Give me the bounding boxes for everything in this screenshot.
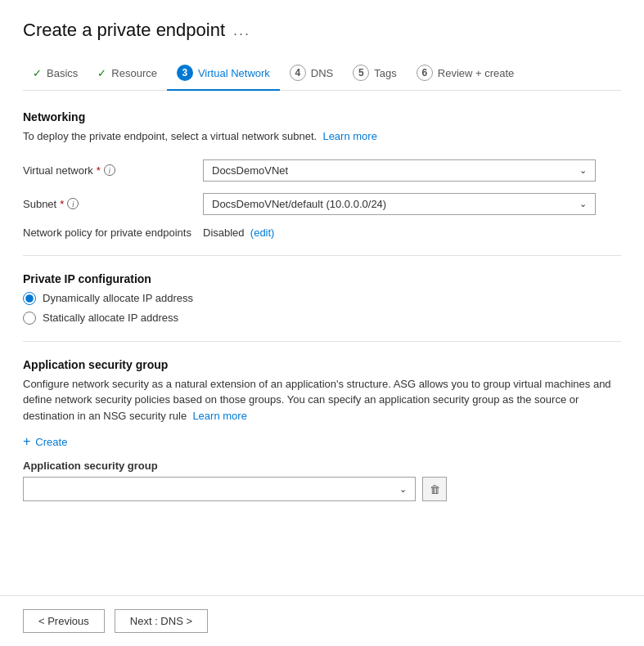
wizard-step-review-create[interactable]: 6 Review + create bbox=[407, 58, 525, 91]
asg-learn-more-link[interactable]: Learn more bbox=[192, 410, 246, 422]
wizard-step-basics[interactable]: ✓ Basics bbox=[23, 61, 88, 89]
ip-config-section: Private IP configuration Dynamically all… bbox=[23, 272, 621, 325]
step-label-review-create: Review + create bbox=[438, 67, 515, 79]
chevron-down-icon-asg: ⌄ bbox=[399, 484, 407, 495]
network-policy-label: Network policy for private endpoints bbox=[23, 227, 203, 239]
ip-config-title: Private IP configuration bbox=[23, 272, 621, 285]
required-star-vnet: * bbox=[97, 164, 101, 177]
radio-static[interactable]: Statically allocate IP address bbox=[23, 312, 621, 325]
asg-section: Application security group Configure net… bbox=[23, 358, 621, 502]
radio-dynamic[interactable]: Dynamically allocate IP address bbox=[23, 292, 621, 305]
previous-button[interactable]: < Previous bbox=[23, 609, 105, 633]
footer: < Previous Next : DNS > bbox=[0, 595, 644, 646]
virtual-network-select[interactable]: DocsDemoVNet ⌄ bbox=[203, 159, 596, 182]
check-icon-basics: ✓ bbox=[33, 67, 42, 79]
step-circle-tags: 5 bbox=[353, 65, 369, 81]
step-circle-virtual-network: 3 bbox=[177, 65, 193, 81]
asg-col-header: Application security group bbox=[23, 460, 481, 472]
network-policy-row: Network policy for private endpoints Dis… bbox=[23, 227, 621, 239]
subnet-select[interactable]: DocsDemoVNet/default (10.0.0.0/24) ⌄ bbox=[203, 193, 596, 215]
page-title-ellipsis: ... bbox=[233, 22, 250, 39]
wizard-step-virtual-network[interactable]: 3 Virtual Network bbox=[167, 58, 280, 91]
network-policy-edit-link[interactable]: (edit) bbox=[250, 227, 275, 239]
info-icon-vnet[interactable]: i bbox=[104, 164, 115, 176]
divider-1 bbox=[23, 255, 621, 256]
plus-icon: + bbox=[23, 435, 30, 448]
virtual-network-control: DocsDemoVNet ⌄ bbox=[203, 159, 596, 182]
next-button[interactable]: Next : DNS > bbox=[115, 609, 208, 633]
step-label-basics: Basics bbox=[47, 67, 78, 79]
ip-config-radio-group: Dynamically allocate IP address Statical… bbox=[23, 292, 621, 325]
asg-title: Application security group bbox=[23, 358, 621, 371]
step-circle-dns: 4 bbox=[290, 65, 306, 81]
wizard-step-tags[interactable]: 5 Tags bbox=[343, 58, 406, 91]
wizard-step-resource[interactable]: ✓ Resource bbox=[88, 61, 167, 89]
step-label-tags: Tags bbox=[374, 67, 396, 79]
asg-description: Configure network security as a natural … bbox=[23, 376, 621, 424]
networking-description: To deploy the private endpoint, select a… bbox=[23, 128, 621, 145]
step-label-dns: DNS bbox=[311, 67, 333, 79]
asg-select-row: ⌄ 🗑 bbox=[23, 477, 481, 501]
required-star-subnet: * bbox=[60, 198, 64, 210]
radio-dynamic-input[interactable] bbox=[23, 292, 36, 305]
radio-static-label: Statically allocate IP address bbox=[43, 312, 178, 324]
network-policy-value: Disabled (edit) bbox=[203, 227, 274, 239]
virtual-network-row: Virtual network * i DocsDemoVNet ⌄ bbox=[23, 159, 621, 182]
radio-dynamic-label: Dynamically allocate IP address bbox=[43, 292, 193, 304]
radio-static-input[interactable] bbox=[23, 312, 36, 325]
asg-table: Application security group ⌄ 🗑 bbox=[23, 460, 481, 501]
chevron-down-icon-vnet: ⌄ bbox=[579, 165, 587, 176]
asg-select-dropdown[interactable]: ⌄ bbox=[23, 477, 416, 501]
subnet-label: Subnet * i bbox=[23, 198, 203, 210]
asg-delete-button[interactable]: 🗑 bbox=[422, 477, 447, 501]
wizard-nav: ✓ Basics ✓ Resource 3 Virtual Network 4 … bbox=[23, 57, 621, 91]
delete-icon: 🗑 bbox=[430, 483, 440, 496]
chevron-down-icon-subnet: ⌄ bbox=[579, 199, 587, 209]
step-label-resource: Resource bbox=[111, 67, 157, 79]
subnet-control: DocsDemoVNet/default (10.0.0.0/24) ⌄ bbox=[203, 193, 596, 215]
step-label-virtual-network: Virtual Network bbox=[198, 67, 270, 79]
networking-section: Networking To deploy the private endpoin… bbox=[23, 110, 621, 239]
networking-title: Networking bbox=[23, 110, 621, 123]
networking-learn-more-link[interactable]: Learn more bbox=[322, 130, 376, 142]
wizard-step-dns[interactable]: 4 DNS bbox=[280, 58, 343, 91]
page-title: Create a private endpoint bbox=[23, 20, 225, 41]
subnet-row: Subnet * i DocsDemoVNet/default (10.0.0.… bbox=[23, 193, 621, 215]
divider-2 bbox=[23, 341, 621, 342]
info-icon-subnet[interactable]: i bbox=[67, 198, 79, 209]
step-circle-review-create: 6 bbox=[417, 65, 433, 81]
check-icon-resource: ✓ bbox=[97, 67, 106, 79]
asg-create-button[interactable]: + Create bbox=[23, 435, 67, 448]
virtual-network-label: Virtual network * i bbox=[23, 164, 203, 177]
